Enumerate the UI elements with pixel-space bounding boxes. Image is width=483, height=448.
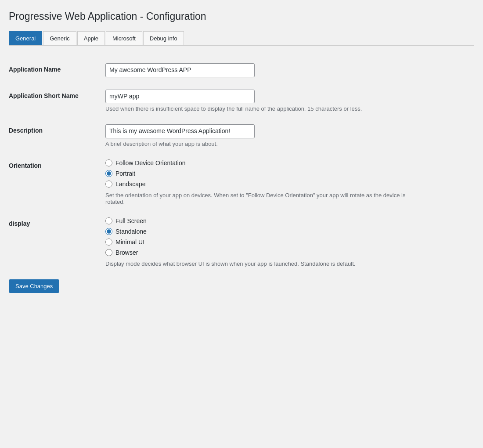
save-changes-button[interactable]: Save Changes [9,279,59,293]
save-row: Save Changes [9,279,474,293]
app-short-name-input[interactable] [105,90,255,104]
display-fullscreen-label[interactable]: Full Screen [105,217,413,224]
orientation-label: Orientation [9,159,105,169]
orientation-portrait-label[interactable]: Portrait [105,170,413,177]
app-short-name-label: Application Short Name [9,90,105,99]
display-browser-text: Browser [115,249,138,256]
display-browser-label[interactable]: Browser [105,249,413,256]
description-input[interactable] [105,124,255,138]
configuration-form: Application Name Application Short Name … [9,59,474,306]
orientation-landscape-label[interactable]: Landscape [105,181,413,188]
orientation-follow-text: Follow Device Orientation [115,159,186,166]
orientation-hint: Set the orientation of your app on devic… [105,192,413,205]
description-row: Description A brief description of what … [9,124,474,147]
app-short-name-field: Used when there is insufficient space to… [105,90,413,112]
display-standalone-radio[interactable] [105,228,112,235]
app-name-field [105,63,413,77]
display-fullscreen-radio[interactable] [105,217,112,224]
display-minimal-ui-radio[interactable] [105,238,112,246]
tab-general[interactable]: General [9,31,42,45]
app-short-name-hint: Used when there is insufficient space to… [105,105,413,112]
display-standalone-label[interactable]: Standalone [105,228,413,235]
tab-apple[interactable]: Apple [77,31,105,45]
orientation-field: Follow Device Orientation Portrait Lands… [105,159,413,205]
description-field: A brief description of what your app is … [105,124,413,147]
orientation-radio-group: Follow Device Orientation Portrait Lands… [105,159,413,188]
description-label: Description [9,124,105,134]
app-name-label: Application Name [9,63,105,73]
orientation-portrait-radio[interactable] [105,170,112,177]
tabs-nav: General Generic Apple Microsoft Debug in… [9,31,474,46]
display-label: display [9,217,105,227]
display-minimal-ui-label[interactable]: Minimal UI [105,238,413,246]
app-short-name-row: Application Short Name Used when there i… [9,90,474,112]
description-hint: A brief description of what your app is … [105,141,413,147]
display-browser-radio[interactable] [105,249,112,256]
app-name-input[interactable] [105,63,255,77]
display-minimal-ui-text: Minimal UI [115,238,144,246]
display-fullscreen-text: Full Screen [115,217,147,224]
orientation-follow-radio[interactable] [105,159,112,166]
tab-microsoft[interactable]: Microsoft [106,31,142,45]
display-radio-group: Full Screen Standalone Minimal UI Browse… [105,217,413,256]
tab-generic[interactable]: Generic [43,31,76,45]
orientation-portrait-text: Portrait [115,170,135,177]
display-hint: Display mode decides what browser UI is … [105,260,413,267]
orientation-landscape-text: Landscape [115,181,146,188]
orientation-row: Orientation Follow Device Orientation Po… [9,159,474,205]
page-title: Progressive Web Application - Configurat… [9,11,474,22]
display-standalone-text: Standalone [115,228,147,235]
app-name-row: Application Name [9,63,474,77]
display-row: display Full Screen Standalone Minimal U… [9,217,474,267]
display-field: Full Screen Standalone Minimal UI Browse… [105,217,413,267]
orientation-landscape-radio[interactable] [105,181,112,188]
orientation-follow-label[interactable]: Follow Device Orientation [105,159,413,166]
tab-debug-info[interactable]: Debug info [143,31,184,45]
